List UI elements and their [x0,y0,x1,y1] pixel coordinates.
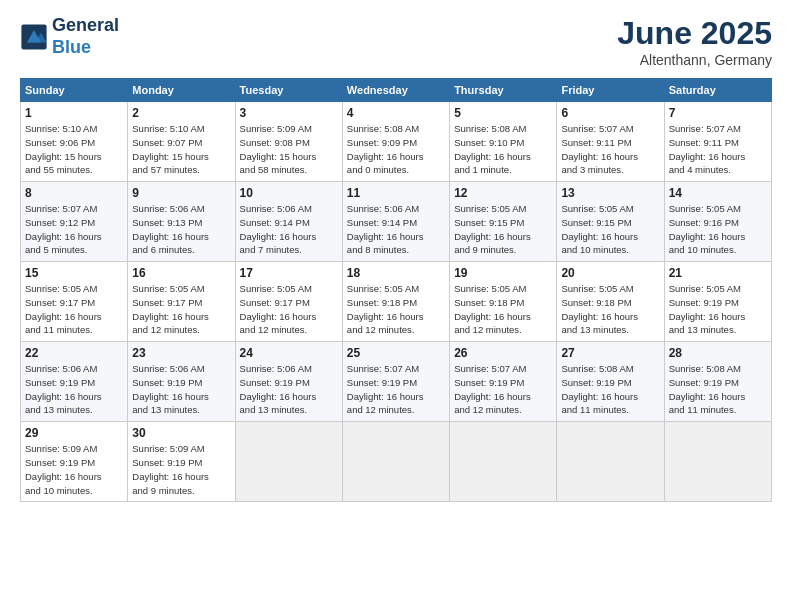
day-info: Sunrise: 5:06 AM Sunset: 9:13 PM Dayligh… [132,202,230,257]
logo: General Blue [20,15,119,58]
day-number: 14 [669,186,767,200]
day-info: Sunrise: 5:07 AM Sunset: 9:11 PM Dayligh… [561,122,659,177]
table-row [664,422,771,502]
table-row: 29Sunrise: 5:09 AM Sunset: 9:19 PM Dayli… [21,422,128,502]
day-number: 1 [25,106,123,120]
day-number: 30 [132,426,230,440]
day-info: Sunrise: 5:08 AM Sunset: 9:10 PM Dayligh… [454,122,552,177]
day-number: 8 [25,186,123,200]
day-info: Sunrise: 5:08 AM Sunset: 9:09 PM Dayligh… [347,122,445,177]
day-number: 11 [347,186,445,200]
col-thursday: Thursday [450,79,557,102]
col-saturday: Saturday [664,79,771,102]
table-row: 6Sunrise: 5:07 AM Sunset: 9:11 PM Daylig… [557,102,664,182]
col-sunday: Sunday [21,79,128,102]
table-row: 24Sunrise: 5:06 AM Sunset: 9:19 PM Dayli… [235,342,342,422]
table-row: 10Sunrise: 5:06 AM Sunset: 9:14 PM Dayli… [235,182,342,262]
table-row [450,422,557,502]
table-row: 23Sunrise: 5:06 AM Sunset: 9:19 PM Dayli… [128,342,235,422]
table-row: 30Sunrise: 5:09 AM Sunset: 9:19 PM Dayli… [128,422,235,502]
day-number: 15 [25,266,123,280]
calendar-table: Sunday Monday Tuesday Wednesday Thursday… [20,78,772,502]
day-number: 24 [240,346,338,360]
calendar-week-row: 15Sunrise: 5:05 AM Sunset: 9:17 PM Dayli… [21,262,772,342]
day-info: Sunrise: 5:07 AM Sunset: 9:12 PM Dayligh… [25,202,123,257]
day-info: Sunrise: 5:05 AM Sunset: 9:16 PM Dayligh… [669,202,767,257]
page: General Blue June 2025 Altenthann, Germa… [0,0,792,517]
day-number: 29 [25,426,123,440]
day-number: 17 [240,266,338,280]
day-number: 23 [132,346,230,360]
table-row [235,422,342,502]
day-number: 26 [454,346,552,360]
logo-line1: General [52,15,119,35]
day-info: Sunrise: 5:07 AM Sunset: 9:19 PM Dayligh… [454,362,552,417]
col-monday: Monday [128,79,235,102]
day-number: 25 [347,346,445,360]
table-row: 26Sunrise: 5:07 AM Sunset: 9:19 PM Dayli… [450,342,557,422]
table-row: 19Sunrise: 5:05 AM Sunset: 9:18 PM Dayli… [450,262,557,342]
day-number: 16 [132,266,230,280]
day-number: 7 [669,106,767,120]
day-number: 20 [561,266,659,280]
table-row: 20Sunrise: 5:05 AM Sunset: 9:18 PM Dayli… [557,262,664,342]
day-info: Sunrise: 5:09 AM Sunset: 9:19 PM Dayligh… [132,442,230,497]
day-info: Sunrise: 5:07 AM Sunset: 9:11 PM Dayligh… [669,122,767,177]
table-row: 7Sunrise: 5:07 AM Sunset: 9:11 PM Daylig… [664,102,771,182]
day-info: Sunrise: 5:06 AM Sunset: 9:19 PM Dayligh… [132,362,230,417]
day-info: Sunrise: 5:10 AM Sunset: 9:07 PM Dayligh… [132,122,230,177]
logo-text: General Blue [52,15,119,58]
table-row: 8Sunrise: 5:07 AM Sunset: 9:12 PM Daylig… [21,182,128,262]
logo-line2: Blue [52,37,91,57]
calendar-header-row: Sunday Monday Tuesday Wednesday Thursday… [21,79,772,102]
logo-icon [20,23,48,51]
table-row: 1Sunrise: 5:10 AM Sunset: 9:06 PM Daylig… [21,102,128,182]
table-row: 25Sunrise: 5:07 AM Sunset: 9:19 PM Dayli… [342,342,449,422]
table-row: 16Sunrise: 5:05 AM Sunset: 9:17 PM Dayli… [128,262,235,342]
day-info: Sunrise: 5:09 AM Sunset: 9:19 PM Dayligh… [25,442,123,497]
day-number: 13 [561,186,659,200]
day-info: Sunrise: 5:06 AM Sunset: 9:14 PM Dayligh… [347,202,445,257]
month-title: June 2025 [617,15,772,52]
table-row: 15Sunrise: 5:05 AM Sunset: 9:17 PM Dayli… [21,262,128,342]
table-row: 12Sunrise: 5:05 AM Sunset: 9:15 PM Dayli… [450,182,557,262]
day-number: 21 [669,266,767,280]
day-number: 6 [561,106,659,120]
day-info: Sunrise: 5:05 AM Sunset: 9:15 PM Dayligh… [454,202,552,257]
col-tuesday: Tuesday [235,79,342,102]
table-row: 27Sunrise: 5:08 AM Sunset: 9:19 PM Dayli… [557,342,664,422]
table-row: 4Sunrise: 5:08 AM Sunset: 9:09 PM Daylig… [342,102,449,182]
table-row: 21Sunrise: 5:05 AM Sunset: 9:19 PM Dayli… [664,262,771,342]
day-number: 12 [454,186,552,200]
calendar-week-row: 1Sunrise: 5:10 AM Sunset: 9:06 PM Daylig… [21,102,772,182]
table-row [557,422,664,502]
table-row: 28Sunrise: 5:08 AM Sunset: 9:19 PM Dayli… [664,342,771,422]
table-row: 13Sunrise: 5:05 AM Sunset: 9:15 PM Dayli… [557,182,664,262]
day-number: 27 [561,346,659,360]
location: Altenthann, Germany [617,52,772,68]
day-number: 22 [25,346,123,360]
day-info: Sunrise: 5:09 AM Sunset: 9:08 PM Dayligh… [240,122,338,177]
calendar-week-row: 22Sunrise: 5:06 AM Sunset: 9:19 PM Dayli… [21,342,772,422]
calendar-week-row: 8Sunrise: 5:07 AM Sunset: 9:12 PM Daylig… [21,182,772,262]
day-info: Sunrise: 5:05 AM Sunset: 9:18 PM Dayligh… [347,282,445,337]
day-info: Sunrise: 5:08 AM Sunset: 9:19 PM Dayligh… [561,362,659,417]
table-row: 5Sunrise: 5:08 AM Sunset: 9:10 PM Daylig… [450,102,557,182]
day-number: 4 [347,106,445,120]
col-friday: Friday [557,79,664,102]
table-row: 2Sunrise: 5:10 AM Sunset: 9:07 PM Daylig… [128,102,235,182]
day-number: 10 [240,186,338,200]
table-row: 14Sunrise: 5:05 AM Sunset: 9:16 PM Dayli… [664,182,771,262]
day-info: Sunrise: 5:05 AM Sunset: 9:18 PM Dayligh… [454,282,552,337]
day-info: Sunrise: 5:10 AM Sunset: 9:06 PM Dayligh… [25,122,123,177]
day-info: Sunrise: 5:05 AM Sunset: 9:19 PM Dayligh… [669,282,767,337]
table-row: 18Sunrise: 5:05 AM Sunset: 9:18 PM Dayli… [342,262,449,342]
table-row: 22Sunrise: 5:06 AM Sunset: 9:19 PM Dayli… [21,342,128,422]
day-info: Sunrise: 5:05 AM Sunset: 9:17 PM Dayligh… [240,282,338,337]
day-info: Sunrise: 5:06 AM Sunset: 9:19 PM Dayligh… [25,362,123,417]
day-number: 2 [132,106,230,120]
title-block: June 2025 Altenthann, Germany [617,15,772,68]
day-info: Sunrise: 5:07 AM Sunset: 9:19 PM Dayligh… [347,362,445,417]
table-row: 3Sunrise: 5:09 AM Sunset: 9:08 PM Daylig… [235,102,342,182]
table-row [342,422,449,502]
